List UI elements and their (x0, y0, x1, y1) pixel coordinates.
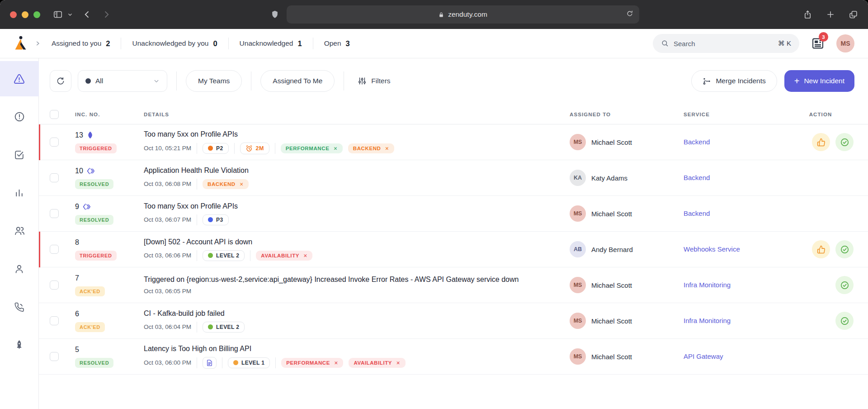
column-header-details: DETAILS (144, 112, 570, 117)
nav-unacknowledged-by-you[interactable]: Unacknowledged by you 0 (132, 39, 217, 48)
table-row[interactable]: 7ACK'EDTriggered on {region:us-west-2,se… (39, 267, 868, 303)
remove-tag-icon[interactable]: ✕ (240, 181, 244, 187)
zoom-window-button[interactable] (33, 11, 40, 18)
incident-title[interactable]: Latency is Too High on Billing API (144, 345, 251, 353)
remove-tag-icon[interactable]: ✕ (333, 146, 337, 151)
table-row[interactable]: 6ACK'EDCI - Kafka-build job failedOct 03… (39, 303, 868, 339)
tag-pill: PERFORMANCE✕ (281, 358, 343, 368)
sidebar-item-analytics[interactable] (0, 175, 39, 210)
service-link[interactable]: Infra Monitoring (684, 281, 731, 289)
note-attachment-chip[interactable] (203, 357, 217, 369)
remove-tag-icon[interactable]: ✕ (303, 253, 307, 258)
select-all-checkbox[interactable] (50, 110, 59, 119)
resolve-button[interactable] (835, 312, 854, 330)
sidebar-item-alerts[interactable] (0, 99, 39, 134)
remove-tag-icon[interactable]: ✕ (385, 146, 389, 151)
zenduty-logo[interactable] (14, 35, 30, 52)
service-link[interactable]: Backend (684, 209, 710, 217)
lock-icon (438, 11, 444, 18)
reload-icon[interactable] (626, 10, 634, 19)
triggered-accent (39, 232, 40, 267)
incident-title[interactable]: Too many 5xx on Profile APIs (144, 202, 238, 210)
table-row[interactable]: 10RESOLVEDApplication Health Rule Violat… (39, 160, 868, 196)
new-incident-button[interactable]: + New Incident (784, 70, 854, 92)
nav-count: 3 (346, 39, 350, 48)
row-checkbox[interactable] (50, 281, 59, 290)
priority-badge: P3 (203, 214, 228, 225)
table-header: INC. NO. DETAILS ASSIGNED TO SERVICE ACT… (39, 105, 868, 124)
tab-group-chevron-icon[interactable] (67, 12, 73, 17)
close-window-button[interactable] (10, 11, 17, 18)
rocket-icon (14, 339, 25, 351)
notifications-button[interactable]: 3 (809, 35, 826, 52)
priority-dot-icon (208, 217, 213, 222)
service-link[interactable]: Backend (684, 138, 710, 146)
user-avatar[interactable]: MS (836, 34, 854, 52)
search-input[interactable]: Search ⌘ K (653, 34, 799, 53)
row-checkbox[interactable] (50, 209, 59, 218)
back-icon[interactable] (83, 10, 92, 19)
tab-overview-icon[interactable] (849, 10, 858, 19)
assigned-to-me-button[interactable]: Assigned To Me (260, 70, 335, 92)
remove-tag-icon[interactable]: ✕ (334, 360, 338, 366)
acknowledge-button[interactable] (812, 240, 830, 258)
incident-timestamp: Oct 03, 06:05 PM (144, 288, 191, 295)
resolve-button[interactable] (835, 133, 854, 151)
row-checkbox[interactable] (50, 173, 59, 182)
service-link[interactable]: Webhooks Service (684, 245, 740, 253)
nav-unacknowledged[interactable]: Unacknowledged 1 (240, 39, 302, 48)
share-icon[interactable] (803, 10, 812, 20)
sidebar-item-tasks[interactable] (0, 137, 39, 172)
nav-assigned-to-you[interactable]: Assigned to you 2 (52, 39, 110, 48)
new-tab-icon[interactable] (826, 10, 835, 19)
incident-timestamp: Oct 03, 06:07 PM (144, 216, 191, 223)
remove-tag-icon[interactable]: ✕ (396, 360, 400, 366)
divider (197, 357, 197, 368)
table-row[interactable]: 8TRIGGERED[Down] 502 - Account API is do… (39, 232, 868, 267)
toolbar: All My Teams Assigned To Me Filters (39, 58, 868, 92)
incident-title[interactable]: Application Health Rule Violation (144, 166, 249, 175)
acknowledge-button[interactable] (812, 133, 830, 151)
address-bar[interactable]: zenduty.com (287, 5, 639, 24)
row-checkbox[interactable] (50, 138, 59, 147)
privacy-shield-icon[interactable] (270, 10, 279, 19)
workspace-expand-icon[interactable] (34, 40, 41, 47)
browser-chrome: zenduty.com (0, 0, 868, 29)
service-link[interactable]: Backend (684, 174, 710, 181)
sidebar-item-getting-started[interactable] (0, 327, 39, 362)
resolve-button[interactable] (835, 276, 854, 294)
resolve-button[interactable] (835, 240, 854, 258)
table-row[interactable]: 13TRIGGEREDToo many 5xx on Profile APIsO… (39, 124, 868, 160)
nav-open[interactable]: Open 3 (324, 39, 350, 48)
traffic-lights (10, 11, 40, 18)
users-icon (14, 225, 25, 237)
merge-incidents-button[interactable]: Merge Incidents (691, 70, 777, 92)
row-checkbox[interactable] (50, 316, 59, 325)
sidebar-item-incidents[interactable] (0, 61, 39, 96)
service-link[interactable]: Infra Monitoring (684, 317, 731, 324)
row-checkbox[interactable] (50, 352, 59, 361)
service-link[interactable]: API Gateway (684, 352, 723, 360)
incident-title[interactable]: Too many 5xx on Profile APIs (144, 130, 238, 138)
priority-dot-icon (208, 253, 213, 258)
my-teams-button[interactable]: My Teams (186, 70, 242, 92)
filters-button[interactable]: Filters (353, 70, 395, 92)
refresh-button[interactable] (50, 70, 71, 92)
sidebar-item-on-call[interactable] (0, 289, 39, 324)
incident-timestamp: Oct 03, 06:04 PM (144, 323, 191, 330)
minimize-window-button[interactable] (22, 11, 28, 18)
incident-title[interactable]: [Down] 502 - Account API is down (144, 238, 252, 246)
sidebar-item-profile[interactable] (0, 251, 39, 286)
sidebar-item-teams[interactable] (0, 213, 39, 248)
incident-number: 8 (75, 238, 79, 247)
tag-pill: PERFORMANCE✕ (281, 143, 343, 153)
sidebar-toggle-icon[interactable] (53, 10, 63, 19)
incident-title[interactable]: Triggered on {region:us-west-2,service:a… (144, 276, 519, 284)
assignee-name: Michael Scott (591, 281, 632, 289)
team-filter-dropdown[interactable]: All (78, 70, 167, 92)
table-row[interactable]: 5RESOLVEDLatency is Too High on Billing … (39, 339, 868, 375)
incident-title[interactable]: CI - Kafka-build job failed (144, 309, 225, 318)
status-badge: TRIGGERED (75, 143, 117, 153)
table-row[interactable]: 9RESOLVEDToo many 5xx on Profile APIsOct… (39, 196, 868, 232)
row-checkbox[interactable] (50, 245, 59, 254)
